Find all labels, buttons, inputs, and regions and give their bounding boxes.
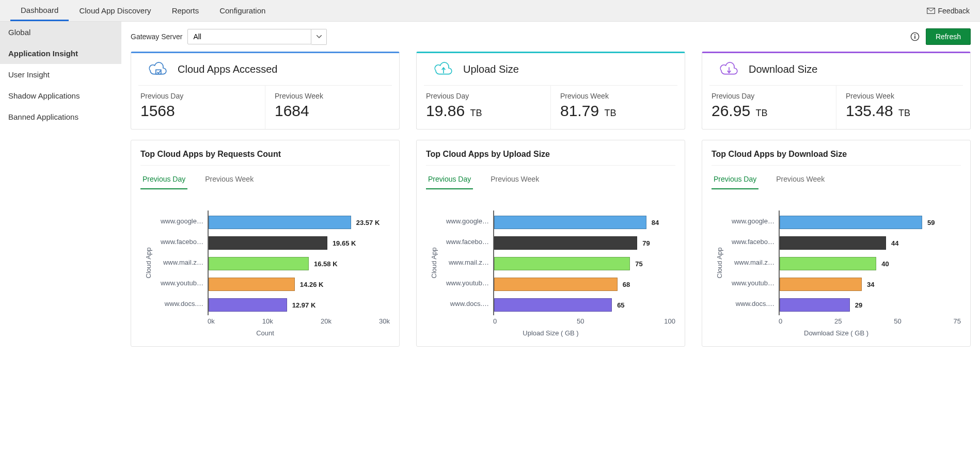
bar[interactable] [209, 257, 309, 270]
mail-icon [927, 7, 935, 14]
nav-configuration[interactable]: Configuration [209, 1, 276, 20]
stat-prev-day: Previous Day26.95 TB [702, 86, 836, 129]
feedback-link[interactable]: Feedback [927, 7, 970, 15]
xaxis: 0k10k20k30k [140, 317, 390, 325]
sidebar: Global Application Insight User Insight … [0, 22, 121, 373]
chart-tab-prev-week[interactable]: Previous Week [488, 170, 541, 189]
category-label: www.facebo… [727, 231, 779, 252]
chart-body: Cloud Appwww.google…www.facebo…www.mail.… [426, 211, 675, 315]
stat-prev-day: Previous Day19.86 TB [417, 86, 550, 129]
bar-row: 14.26 K [209, 274, 390, 295]
stat-value: 135.48 TB [846, 102, 961, 120]
bar[interactable] [780, 257, 876, 270]
bar[interactable] [780, 278, 862, 291]
bar[interactable] [494, 278, 618, 291]
chart-card-0: Top Cloud Apps by Requests CountPrevious… [131, 140, 400, 347]
bar-row: 59 [780, 212, 961, 233]
bar[interactable] [209, 236, 327, 250]
tick: 50 [894, 317, 901, 325]
bar-row: 40 [780, 253, 961, 274]
chart-tab-prev-day[interactable]: Previous Day [426, 170, 473, 189]
bar[interactable] [209, 216, 351, 229]
bar-value: 75 [635, 260, 642, 268]
cloud-icon [148, 60, 168, 78]
category-label: www.mail.z… [727, 252, 779, 272]
tick: 10k [262, 317, 273, 325]
xlabel: Download Size ( GB ) [712, 329, 961, 337]
bar-value: 12.97 K [292, 301, 316, 309]
tick: 75 [954, 317, 961, 325]
stat-label: Previous Week [560, 92, 675, 100]
bars-col: 5944403429 [779, 211, 961, 315]
tick: 0k [208, 317, 215, 325]
svg-point-2 [914, 34, 915, 35]
sidebar-item-user-insight[interactable]: User Insight [0, 64, 121, 85]
chart-tab-prev-week[interactable]: Previous Week [774, 170, 827, 189]
tick: 0 [493, 317, 497, 325]
cloud-icon [433, 60, 454, 78]
chart-tab-prev-day[interactable]: Previous Day [140, 170, 187, 189]
chart-card-2: Top Cloud Apps by Download SizePrevious … [702, 140, 971, 347]
sidebar-item-banned-applications[interactable]: Banned Applications [0, 106, 121, 127]
nav-reports[interactable]: Reports [162, 1, 210, 20]
bar-row: 23.57 K [209, 212, 390, 233]
sidebar-item-application-insight[interactable]: Application Insight [0, 43, 121, 64]
stat-card-header: Download Size [709, 53, 963, 86]
category-label: www.youtub… [727, 272, 779, 293]
stat-value: 19.86 TB [426, 102, 541, 120]
ylabel-col: Cloud App [426, 211, 441, 315]
refresh-button[interactable]: Refresh [926, 28, 971, 45]
chart-tab-prev-day[interactable]: Previous Day [712, 170, 758, 189]
categories-col: www.google…www.facebo…www.mail.z…www.you… [727, 211, 779, 315]
top-nav: Dashboard Cloud App Discovery Reports Co… [0, 0, 980, 22]
tick: 50 [577, 317, 584, 325]
bar[interactable] [209, 298, 287, 312]
bar-value: 23.57 K [356, 219, 380, 227]
bar-row: 79 [494, 233, 675, 253]
nav-dashboard[interactable]: Dashboard [10, 1, 69, 21]
bar-value: 44 [891, 239, 898, 247]
bar[interactable] [494, 298, 612, 312]
sidebar-item-shadow-applications[interactable]: Shadow Applications [0, 85, 121, 106]
tick: 20k [321, 317, 331, 325]
sidebar-item-global[interactable]: Global [0, 22, 121, 43]
bar-value: 34 [867, 281, 874, 288]
category-label: www.youtub… [441, 272, 493, 293]
bar-row: 68 [494, 274, 675, 295]
categories-col: www.google…www.facebo…www.mail.z…www.you… [156, 211, 208, 315]
bar-value: 65 [617, 301, 624, 309]
chart-title: Top Cloud Apps by Requests Count [140, 150, 390, 166]
bar-value: 29 [855, 301, 862, 309]
bar[interactable] [780, 236, 886, 250]
bar-row: 65 [494, 295, 675, 315]
bar[interactable] [494, 216, 646, 229]
ylabel: Cloud App [430, 248, 438, 279]
category-label: www.mail.z… [156, 252, 208, 272]
bar[interactable] [494, 257, 630, 270]
stat-value: 1684 [275, 102, 390, 120]
xaxis: 0255075 [712, 317, 961, 325]
category-label: www.google… [727, 211, 779, 231]
stat-prev-week: Previous Week1684 [265, 86, 399, 129]
bars-col: 8479756865 [493, 211, 675, 315]
gateway-server-select[interactable] [187, 29, 327, 45]
bar[interactable] [780, 216, 922, 229]
nav-cloud-app-discovery[interactable]: Cloud App Discovery [69, 1, 161, 20]
bar-row: 44 [780, 233, 961, 253]
category-label: www.google… [156, 211, 208, 231]
tick: 30k [379, 317, 390, 325]
stat-cards-row: Cloud Apps AccessedPrevious Day1568Previ… [131, 52, 971, 130]
bar[interactable] [494, 236, 637, 250]
gateway-server-dropdown-button[interactable] [311, 29, 327, 45]
chart-body: Cloud Appwww.google…www.facebo…www.mail.… [140, 211, 390, 315]
cloud-icon [719, 60, 739, 78]
category-label: www.google… [441, 211, 493, 231]
bar-value: 40 [881, 260, 889, 268]
chart-tab-prev-week[interactable]: Previous Week [203, 170, 256, 189]
bar[interactable] [209, 278, 295, 291]
gateway-server-input[interactable] [187, 29, 311, 44]
info-icon[interactable] [910, 32, 920, 41]
bar[interactable] [780, 298, 850, 312]
stat-card-1: Upload SizePrevious Day19.86 TBPrevious … [416, 52, 685, 130]
stat-card-title: Download Size [749, 63, 817, 75]
